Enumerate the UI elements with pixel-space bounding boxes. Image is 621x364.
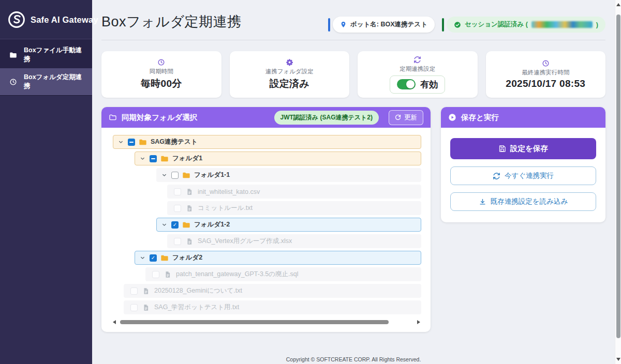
status-card-label: 同期時間 [150,68,173,75]
clock-icon [542,59,550,67]
tree-row-folder[interactable]: フォルダ1 [135,151,421,165]
file-name: コミットルール.txt [198,204,253,213]
tree-row-file: patch_tenant_gateway_GPT-3.5の廃止.sql [145,267,421,281]
refresh-button-label: 更新 [404,113,417,122]
status-card-0: 同期時間 毎時00分 [101,51,221,98]
tree-scrollbar-thumb[interactable] [120,320,389,324]
enabled-toggle[interactable] [397,79,416,89]
sidebar-nav: Boxファイル手動連携 Boxフォルダ定期連携 [0,39,92,96]
folder-icon [9,51,17,59]
gear-icon [286,58,293,66]
file-icon [142,287,150,295]
status-card-value: 2025/10/17 08:53 [506,78,585,89]
badge-accent-bar [442,18,444,32]
file-icon [186,205,193,212]
folder-checkbox[interactable] [171,172,179,179]
file-icon [142,304,150,311]
action-button-label: 設定を保存 [510,144,548,154]
session-auth-label: セッション認証済み ( [465,20,528,29]
check-circle-icon [454,21,461,28]
action-button-2[interactable]: 既存連携設定を読み込み [450,192,596,211]
folder-checkbox[interactable] [150,155,157,162]
folder-name: SAG連携テスト [151,138,197,146]
badge-accent-bar [328,18,330,32]
clock-icon [157,58,165,66]
tree-horizontal-scrollbar[interactable] [113,318,421,326]
session-auth-badge: セッション認証済み () [442,17,605,33]
tree-row-file: 20250128_Geminiについて.txt [124,284,421,298]
folder-name: フォルダ1-2 [194,220,230,229]
folder-outline-icon [109,113,117,122]
scroll-right-arrow-icon[interactable] [417,320,420,324]
sync-icon [413,56,421,64]
scroll-left-arrow-icon[interactable] [113,320,116,324]
sidebar: Safe AI Gateway Boxファイル手動連携 Boxフォルダ定期連携 [0,0,92,364]
page-scrollbar[interactable] [615,0,621,364]
sidebar-item-0[interactable]: Boxファイル手動連携 [0,41,92,68]
status-card-1: 連携フォルダ設定 設定済み [230,51,350,98]
folder-name: フォルダ2 [172,253,202,262]
folder-icon [182,171,190,179]
chevron-down-icon[interactable] [139,155,146,162]
file-name: init_whitelist_kato.csv [198,188,260,195]
action-button-1[interactable]: 今すぐ連携実行 [450,166,596,185]
scroll-down-arrow-icon[interactable] [616,358,620,361]
action-button-label: 既存連携設定を読み込み [491,197,568,206]
folder-tree: SAG連携テスト フォルダ1 フォルダ1-1 init_whitelist_ka… [101,128,431,332]
refresh-icon [395,114,401,120]
folder-name: フォルダ1-1 [194,171,230,179]
tree-row-file: init_whitelist_kato.csv [167,185,421,199]
save-icon [498,145,506,153]
file-name: 20250128_Geminiについて.txt [154,286,242,295]
toggle-wrap: 有効 [390,75,445,94]
download-icon [479,198,486,206]
clock-icon [9,78,17,86]
folder-select-panel: 同期対象フォルダ選択 JWT認証済み (SAG連携テスト2) 更新 SAG連携テ… [101,107,431,332]
refresh-button[interactable]: 更新 [389,110,423,125]
file-checkbox-disabled [130,287,138,295]
chevron-down-icon[interactable] [161,221,168,228]
folder-checkbox[interactable] [128,139,135,146]
status-cards: 同期時間 毎時00分 連携フォルダ設定 設定済み 定期連携設定 有効 最終連携実… [101,51,605,98]
tree-row-folder[interactable]: SAG連携テスト [113,135,421,149]
file-checkbox-disabled [152,271,159,278]
bot-name-label: ボット名: BOX連携テスト [350,20,427,29]
bot-name-badge: ボット名: BOX連携テスト [328,17,435,33]
location-pin-icon [340,21,347,28]
app-title: Safe AI Gateway [31,15,98,25]
action-button-0[interactable]: 設定を保存 [450,138,596,159]
file-name: SAG_Vertex用グループ作成.xlsx [198,237,292,246]
status-card-label: 最終連携実行時間 [522,69,569,77]
file-name: SAG_学習ボットテスト用.txt [154,303,239,312]
sync-icon [493,172,500,180]
folder-icon [182,221,190,229]
scroll-up-arrow-icon[interactable] [616,3,620,6]
tree-row-file: SAG_Vertex用グループ作成.xlsx [167,234,421,248]
session-auth-label-close: ) [596,21,598,28]
folder-checkbox[interactable] [150,254,157,262]
chevron-down-icon[interactable] [117,139,124,145]
status-card-value: 設定済み [269,77,309,90]
sidebar-item-1[interactable]: Boxフォルダ定期連携 [0,68,92,95]
app-logo: Safe AI Gateway [0,0,92,39]
play-circle-icon [448,113,456,122]
tree-row-file: コミットルール.txt [167,201,421,215]
toggle-knob [406,80,415,88]
file-icon [186,188,193,195]
panel-title: 同期対象フォルダ選択 [122,113,197,123]
folder-name: フォルダ1 [172,154,202,163]
file-icon [164,271,171,278]
sidebar-item-label: Boxフォルダ定期連携 [24,73,83,90]
jwt-auth-badge: JWT認証済み (SAG連携テスト2) [274,111,379,125]
tree-row-folder[interactable]: フォルダ1-1 [156,168,421,182]
chevron-down-icon[interactable] [139,254,146,261]
panel-title: 保存と実行 [461,113,499,123]
tree-row-file: SAG_学習ボットテスト用.txt [124,300,421,314]
folder-checkbox[interactable] [171,221,179,229]
chevron-down-icon[interactable] [161,172,168,178]
status-card-label: 連携フォルダ設定 [265,68,314,75]
file-name: patch_tenant_gateway_GPT-3.5の廃止.sql [176,270,299,279]
tree-row-folder[interactable]: フォルダ2 [135,251,421,265]
tree-row-folder[interactable]: フォルダ1-2 [156,218,421,232]
page-scrollbar-thumb[interactable] [616,14,620,338]
